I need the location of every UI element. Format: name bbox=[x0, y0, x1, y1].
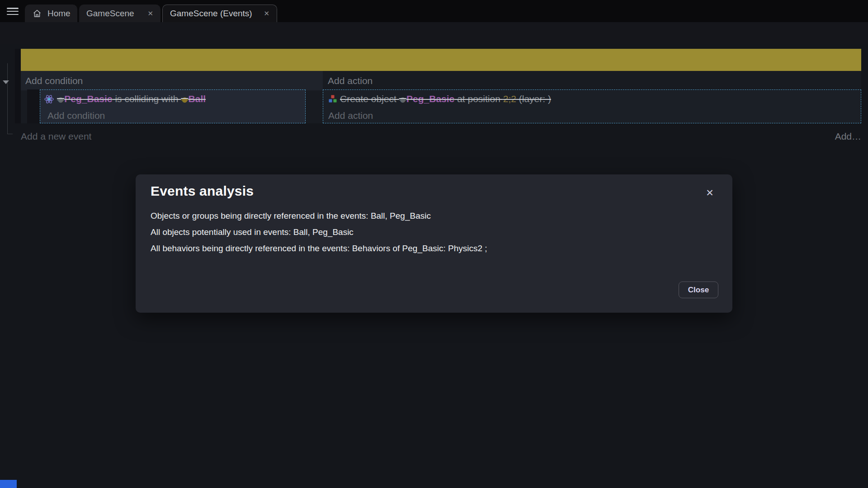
dialog-close-button[interactable]: Close bbox=[679, 282, 718, 298]
action-text-middle: at position bbox=[454, 94, 503, 104]
collapse-arrow-icon[interactable] bbox=[3, 80, 9, 84]
add-condition-placeholder[interactable]: Add condition bbox=[40, 108, 305, 123]
home-icon bbox=[32, 9, 42, 19]
tree-line bbox=[7, 134, 13, 134]
hamburger-menu-icon[interactable] bbox=[7, 8, 19, 15]
selected-event-actions[interactable]: Create object ●Peg_Basic at position 2;2… bbox=[323, 89, 861, 123]
tab-label: Home bbox=[47, 9, 71, 19]
top-tab-bar: Home GameScene ✕ GameScene (Events) ✕ bbox=[0, 0, 868, 22]
action-text-suffix: (layer: ) bbox=[516, 94, 551, 104]
notification-corner bbox=[0, 480, 17, 488]
dialog-body: Objects or groups being directly referen… bbox=[151, 211, 648, 260]
action-value: 2;2 bbox=[503, 94, 516, 104]
selected-event-conditions[interactable]: ●Peg_Basic is colliding with ●Ball Add c… bbox=[40, 89, 306, 123]
tab-label: GameScene (Events) bbox=[170, 9, 252, 19]
tab-gamescene-events[interactable]: GameScene (Events) ✕ bbox=[162, 5, 277, 22]
add-action-placeholder[interactable]: Add action bbox=[323, 108, 861, 123]
dialog-title: Events analysis bbox=[151, 183, 254, 199]
analysis-line: All objects potentially used in events: … bbox=[151, 228, 648, 236]
add-new-event-button[interactable]: Add a new event bbox=[21, 131, 91, 142]
events-analysis-dialog: Events analysis ✕ Objects or groups bein… bbox=[136, 174, 732, 313]
tab-home[interactable]: Home bbox=[25, 5, 77, 22]
toolbar: Preview Publish bbox=[0, 22, 868, 44]
condition-object-1: Peg_Basic bbox=[64, 94, 112, 104]
object-icon-peg-basic: ● bbox=[57, 93, 64, 106]
add-menu-button[interactable]: Add… bbox=[816, 131, 861, 142]
close-tab-icon[interactable]: ✕ bbox=[264, 9, 269, 18]
create-object-icon bbox=[328, 94, 337, 103]
condition-text: is colliding with bbox=[113, 94, 181, 104]
analysis-line: All behaviors being directly referenced … bbox=[151, 244, 648, 253]
empty-event-add-condition[interactable]: Add condition bbox=[21, 71, 323, 90]
tab-gamescene[interactable]: GameScene ✕ bbox=[79, 5, 160, 22]
close-tab-icon[interactable]: ✕ bbox=[147, 9, 153, 18]
condition-object-2: Ball bbox=[189, 94, 206, 104]
object-icon-peg-basic: ● bbox=[399, 93, 406, 106]
empty-event-add-action[interactable]: Add action bbox=[323, 71, 861, 90]
event-gutter bbox=[15, 49, 21, 123]
analysis-line: Objects or groups being directly referen… bbox=[151, 211, 648, 220]
tab-label: GameScene bbox=[86, 9, 134, 19]
action-text-prefix: Create object bbox=[340, 94, 399, 104]
object-icon-ball: ● bbox=[181, 93, 188, 106]
action-object: Peg_Basic bbox=[406, 94, 454, 104]
physics-collision-icon bbox=[44, 94, 54, 104]
dialog-close-icon[interactable]: ✕ bbox=[702, 185, 717, 201]
event-drag-handle[interactable] bbox=[27, 89, 40, 123]
tree-line bbox=[7, 63, 8, 134]
comment-event[interactable] bbox=[21, 49, 861, 71]
